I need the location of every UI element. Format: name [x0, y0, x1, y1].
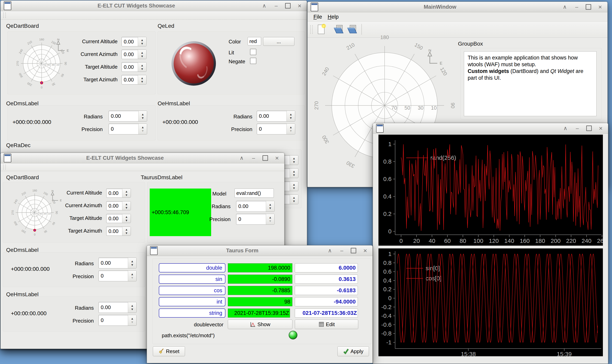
hms-precision-input[interactable] — [99, 315, 128, 325]
attr-write-cos[interactable] — [295, 286, 358, 295]
plotwindow-titlebar[interactable]: ∧ – × — [373, 123, 608, 134]
spin-up-icon[interactable]: ▲ — [125, 190, 128, 193]
taurus-precision-spinbox[interactable]: ▲▼ — [236, 214, 274, 225]
spin-arrows[interactable]: ▲▼ — [286, 124, 295, 134]
spin-arrows[interactable]: ▲▼ — [290, 182, 298, 191]
spin-arrows[interactable]: ▲▼ — [138, 50, 146, 59]
spin-up-icon[interactable]: ▲ — [289, 126, 292, 129]
spin-up-icon[interactable]: ▲ — [125, 203, 128, 206]
spin-down-icon[interactable]: ▼ — [125, 232, 128, 234]
dms-radians-input[interactable] — [99, 258, 128, 268]
spin-arrows[interactable]: ▲▼ — [128, 315, 136, 325]
hms-precision-spinbox[interactable]: ▲▼ — [99, 315, 137, 326]
spin-down-icon[interactable]: ▼ — [141, 42, 144, 45]
close-button[interactable]: × — [598, 126, 604, 131]
spin-down-icon[interactable]: ▼ — [293, 173, 296, 176]
spin-down-icon[interactable]: ▼ — [141, 80, 144, 83]
shade-button[interactable]: ∧ — [261, 3, 267, 9]
spin-down-icon[interactable]: ▼ — [269, 220, 272, 222]
current-altitude-spinbox[interactable]: ▲▼ — [121, 37, 146, 46]
spin-arrows[interactable]: ▲▼ — [122, 201, 131, 210]
dms-precision-input[interactable] — [99, 271, 128, 281]
dms-radians-spinbox[interactable]: ▲▼ — [99, 258, 137, 268]
taurus-radians-input[interactable] — [236, 201, 266, 211]
negate-checkbox[interactable] — [250, 58, 256, 64]
spin-up-icon[interactable]: ▲ — [141, 39, 144, 41]
spin-down-icon[interactable]: ▼ — [141, 129, 144, 132]
current-azimuth-input[interactable] — [122, 50, 138, 59]
spin-arrows[interactable]: ▲▼ — [290, 156, 298, 165]
spin-arrows[interactable]: ▲▼ — [138, 111, 147, 121]
attr-write-string-input[interactable] — [295, 309, 358, 318]
model-input[interactable] — [234, 189, 274, 198]
target-altitude-spinbox[interactable]: ▲▼ — [121, 62, 146, 72]
spin-down-icon[interactable]: ▼ — [293, 187, 296, 190]
attr-button-cos[interactable]: cos — [159, 286, 225, 295]
current-altitude-input[interactable] — [106, 189, 122, 197]
minimize-button[interactable]: – — [574, 4, 580, 10]
spin-arrows[interactable]: ▲▼ — [290, 195, 298, 204]
spin-up-icon[interactable]: ▲ — [293, 196, 296, 199]
dms-radians-spinbox[interactable]: ▲▼ — [109, 111, 147, 121]
current-altitude-input[interactable] — [122, 37, 138, 46]
attr-write-int-input[interactable] — [295, 297, 358, 306]
lit-checkbox[interactable] — [250, 49, 256, 55]
spin-arrows[interactable]: ▲▼ — [286, 111, 295, 121]
spin-down-icon[interactable]: ▼ — [131, 263, 134, 266]
shade-button[interactable]: ∧ — [562, 4, 568, 10]
close-button[interactable]: × — [597, 4, 603, 10]
target-altitude-input[interactable] — [122, 63, 138, 72]
spin-down-icon[interactable]: ▼ — [289, 116, 292, 119]
minimize-button[interactable]: – — [339, 248, 345, 253]
maximize-button[interactable] — [262, 155, 268, 161]
apply-button[interactable]: Apply — [338, 346, 369, 356]
dms-precision-spinbox[interactable]: ▲▼ — [99, 270, 137, 281]
attr-button-string[interactable]: string — [159, 309, 225, 318]
maximize-button[interactable] — [586, 4, 591, 10]
attr-write-cos-input[interactable] — [295, 286, 358, 295]
spin-down-icon[interactable]: ▼ — [131, 276, 134, 279]
minimize-button[interactable]: – — [273, 3, 279, 9]
close-button[interactable]: × — [274, 156, 280, 161]
spin-up-icon[interactable]: ▲ — [125, 228, 128, 231]
spin-arrows[interactable]: ▲▼ — [266, 214, 274, 224]
window2-titlebar[interactable]: E-ELT CUT Widgets Showcase ∧ – × — [0, 153, 284, 163]
spin-down-icon[interactable]: ▼ — [125, 194, 128, 196]
target-azimuth-input[interactable] — [122, 75, 138, 84]
dms-precision-input[interactable] — [109, 124, 138, 134]
current-azimuth-spinbox[interactable]: ▲▼ — [106, 201, 131, 210]
shade-button[interactable]: ∧ — [562, 126, 568, 131]
toolbar-handle[interactable] — [3, 13, 6, 18]
spin-down-icon[interactable]: ▼ — [269, 207, 272, 209]
spin-arrows[interactable]: ▲▼ — [266, 201, 274, 211]
attr-write-double-input[interactable] — [295, 263, 358, 273]
edit-button[interactable]: Edit — [295, 320, 358, 329]
attr-write-sin[interactable] — [295, 274, 358, 284]
spin-up-icon[interactable]: ▲ — [141, 51, 144, 54]
spin-up-icon[interactable]: ▲ — [141, 113, 144, 116]
attr-write-double[interactable] — [295, 263, 358, 273]
minimize-button[interactable]: – — [251, 156, 257, 161]
attr-write-string[interactable] — [295, 309, 358, 318]
show-button[interactable]: Show — [228, 320, 292, 329]
hms-precision-spinbox[interactable]: ▲▼ — [257, 124, 295, 134]
spin-up-icon[interactable]: ▲ — [131, 304, 134, 307]
current-azimuth-input[interactable] — [106, 201, 122, 210]
shade-button[interactable]: ∧ — [327, 248, 333, 253]
spin-arrows[interactable]: ▲▼ — [128, 271, 136, 281]
spin-up-icon[interactable]: ▲ — [125, 215, 128, 218]
attr-write-int[interactable] — [295, 297, 358, 306]
spin-up-icon[interactable]: ▲ — [141, 64, 144, 67]
spin-up-icon[interactable]: ▲ — [293, 183, 296, 186]
spin-arrows[interactable]: ▲▼ — [290, 169, 298, 178]
target-azimuth-spinbox[interactable]: ▲▼ — [121, 75, 146, 84]
attr-button-sin[interactable]: sin — [159, 274, 225, 284]
attr-button-double[interactable]: double — [159, 263, 225, 273]
spin-up-icon[interactable]: ▲ — [131, 260, 134, 263]
maximize-button[interactable] — [351, 248, 356, 253]
spin-up-icon[interactable]: ▲ — [269, 203, 272, 206]
hms-precision-input[interactable] — [257, 124, 286, 134]
spin-arrows[interactable]: ▲▼ — [122, 227, 131, 235]
maximize-button[interactable] — [285, 3, 291, 9]
spin-arrows[interactable]: ▲▼ — [138, 63, 146, 72]
